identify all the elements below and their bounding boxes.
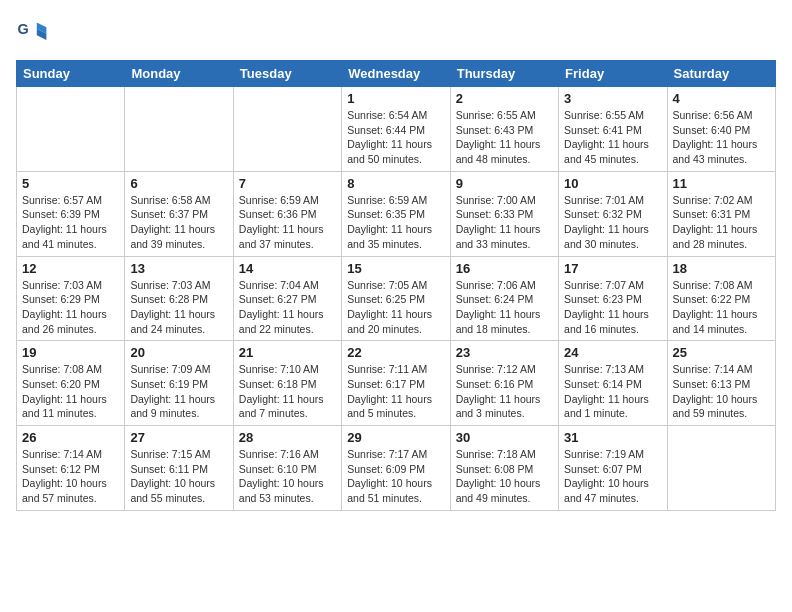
day-info: Sunrise: 6:59 AM Sunset: 6:35 PM Dayligh…: [347, 193, 444, 252]
day-info: Sunrise: 7:06 AM Sunset: 6:24 PM Dayligh…: [456, 278, 553, 337]
svg-text:G: G: [18, 21, 29, 37]
day-number: 31: [564, 430, 661, 445]
header-thursday: Thursday: [450, 61, 558, 87]
day-number: 30: [456, 430, 553, 445]
day-cell: 29Sunrise: 7:17 AM Sunset: 6:09 PM Dayli…: [342, 426, 450, 511]
day-info: Sunrise: 7:13 AM Sunset: 6:14 PM Dayligh…: [564, 362, 661, 421]
day-cell: 30Sunrise: 7:18 AM Sunset: 6:08 PM Dayli…: [450, 426, 558, 511]
day-info: Sunrise: 6:59 AM Sunset: 6:36 PM Dayligh…: [239, 193, 336, 252]
day-info: Sunrise: 6:54 AM Sunset: 6:44 PM Dayligh…: [347, 108, 444, 167]
day-cell: [233, 87, 341, 172]
day-info: Sunrise: 7:14 AM Sunset: 6:12 PM Dayligh…: [22, 447, 119, 506]
day-cell: 7Sunrise: 6:59 AM Sunset: 6:36 PM Daylig…: [233, 171, 341, 256]
week-row-1: 1Sunrise: 6:54 AM Sunset: 6:44 PM Daylig…: [17, 87, 776, 172]
day-cell: 5Sunrise: 6:57 AM Sunset: 6:39 PM Daylig…: [17, 171, 125, 256]
day-cell: 25Sunrise: 7:14 AM Sunset: 6:13 PM Dayli…: [667, 341, 775, 426]
week-row-4: 19Sunrise: 7:08 AM Sunset: 6:20 PM Dayli…: [17, 341, 776, 426]
header-friday: Friday: [559, 61, 667, 87]
day-info: Sunrise: 7:08 AM Sunset: 6:20 PM Dayligh…: [22, 362, 119, 421]
day-cell: 10Sunrise: 7:01 AM Sunset: 6:32 PM Dayli…: [559, 171, 667, 256]
day-cell: 21Sunrise: 7:10 AM Sunset: 6:18 PM Dayli…: [233, 341, 341, 426]
header-sunday: Sunday: [17, 61, 125, 87]
day-info: Sunrise: 7:02 AM Sunset: 6:31 PM Dayligh…: [673, 193, 770, 252]
day-number: 9: [456, 176, 553, 191]
day-cell: 4Sunrise: 6:56 AM Sunset: 6:40 PM Daylig…: [667, 87, 775, 172]
day-info: Sunrise: 6:56 AM Sunset: 6:40 PM Dayligh…: [673, 108, 770, 167]
header-saturday: Saturday: [667, 61, 775, 87]
logo: G: [16, 16, 50, 48]
day-cell: [667, 426, 775, 511]
day-info: Sunrise: 7:10 AM Sunset: 6:18 PM Dayligh…: [239, 362, 336, 421]
day-number: 27: [130, 430, 227, 445]
day-info: Sunrise: 7:14 AM Sunset: 6:13 PM Dayligh…: [673, 362, 770, 421]
day-number: 24: [564, 345, 661, 360]
day-number: 16: [456, 261, 553, 276]
day-cell: 9Sunrise: 7:00 AM Sunset: 6:33 PM Daylig…: [450, 171, 558, 256]
day-info: Sunrise: 7:16 AM Sunset: 6:10 PM Dayligh…: [239, 447, 336, 506]
day-number: 3: [564, 91, 661, 106]
day-number: 26: [22, 430, 119, 445]
header-monday: Monday: [125, 61, 233, 87]
day-number: 10: [564, 176, 661, 191]
day-info: Sunrise: 7:04 AM Sunset: 6:27 PM Dayligh…: [239, 278, 336, 337]
day-cell: 13Sunrise: 7:03 AM Sunset: 6:28 PM Dayli…: [125, 256, 233, 341]
day-cell: 23Sunrise: 7:12 AM Sunset: 6:16 PM Dayli…: [450, 341, 558, 426]
day-info: Sunrise: 7:05 AM Sunset: 6:25 PM Dayligh…: [347, 278, 444, 337]
day-cell: 1Sunrise: 6:54 AM Sunset: 6:44 PM Daylig…: [342, 87, 450, 172]
day-number: 20: [130, 345, 227, 360]
day-cell: [125, 87, 233, 172]
day-info: Sunrise: 7:03 AM Sunset: 6:28 PM Dayligh…: [130, 278, 227, 337]
day-number: 25: [673, 345, 770, 360]
day-number: 1: [347, 91, 444, 106]
day-cell: 16Sunrise: 7:06 AM Sunset: 6:24 PM Dayli…: [450, 256, 558, 341]
day-info: Sunrise: 7:17 AM Sunset: 6:09 PM Dayligh…: [347, 447, 444, 506]
day-number: 12: [22, 261, 119, 276]
day-number: 13: [130, 261, 227, 276]
header-tuesday: Tuesday: [233, 61, 341, 87]
day-number: 11: [673, 176, 770, 191]
day-info: Sunrise: 7:00 AM Sunset: 6:33 PM Dayligh…: [456, 193, 553, 252]
day-info: Sunrise: 7:19 AM Sunset: 6:07 PM Dayligh…: [564, 447, 661, 506]
day-info: Sunrise: 7:07 AM Sunset: 6:23 PM Dayligh…: [564, 278, 661, 337]
week-row-5: 26Sunrise: 7:14 AM Sunset: 6:12 PM Dayli…: [17, 426, 776, 511]
day-info: Sunrise: 6:55 AM Sunset: 6:41 PM Dayligh…: [564, 108, 661, 167]
day-number: 8: [347, 176, 444, 191]
day-number: 5: [22, 176, 119, 191]
day-number: 14: [239, 261, 336, 276]
day-info: Sunrise: 6:57 AM Sunset: 6:39 PM Dayligh…: [22, 193, 119, 252]
logo-icon: G: [16, 16, 48, 48]
day-info: Sunrise: 7:11 AM Sunset: 6:17 PM Dayligh…: [347, 362, 444, 421]
day-number: 15: [347, 261, 444, 276]
day-number: 19: [22, 345, 119, 360]
day-number: 22: [347, 345, 444, 360]
day-cell: 24Sunrise: 7:13 AM Sunset: 6:14 PM Dayli…: [559, 341, 667, 426]
day-cell: 17Sunrise: 7:07 AM Sunset: 6:23 PM Dayli…: [559, 256, 667, 341]
calendar-header-row: SundayMondayTuesdayWednesdayThursdayFrid…: [17, 61, 776, 87]
day-cell: 18Sunrise: 7:08 AM Sunset: 6:22 PM Dayli…: [667, 256, 775, 341]
day-number: 21: [239, 345, 336, 360]
day-info: Sunrise: 7:12 AM Sunset: 6:16 PM Dayligh…: [456, 362, 553, 421]
day-info: Sunrise: 6:55 AM Sunset: 6:43 PM Dayligh…: [456, 108, 553, 167]
day-cell: 22Sunrise: 7:11 AM Sunset: 6:17 PM Dayli…: [342, 341, 450, 426]
week-row-3: 12Sunrise: 7:03 AM Sunset: 6:29 PM Dayli…: [17, 256, 776, 341]
day-cell: 3Sunrise: 6:55 AM Sunset: 6:41 PM Daylig…: [559, 87, 667, 172]
day-cell: [17, 87, 125, 172]
day-number: 28: [239, 430, 336, 445]
day-cell: 14Sunrise: 7:04 AM Sunset: 6:27 PM Dayli…: [233, 256, 341, 341]
day-cell: 19Sunrise: 7:08 AM Sunset: 6:20 PM Dayli…: [17, 341, 125, 426]
day-cell: 6Sunrise: 6:58 AM Sunset: 6:37 PM Daylig…: [125, 171, 233, 256]
day-info: Sunrise: 7:01 AM Sunset: 6:32 PM Dayligh…: [564, 193, 661, 252]
calendar: SundayMondayTuesdayWednesdayThursdayFrid…: [16, 60, 776, 511]
day-cell: 11Sunrise: 7:02 AM Sunset: 6:31 PM Dayli…: [667, 171, 775, 256]
day-cell: 27Sunrise: 7:15 AM Sunset: 6:11 PM Dayli…: [125, 426, 233, 511]
day-cell: 26Sunrise: 7:14 AM Sunset: 6:12 PM Dayli…: [17, 426, 125, 511]
day-number: 17: [564, 261, 661, 276]
day-info: Sunrise: 7:15 AM Sunset: 6:11 PM Dayligh…: [130, 447, 227, 506]
day-number: 6: [130, 176, 227, 191]
day-cell: 15Sunrise: 7:05 AM Sunset: 6:25 PM Dayli…: [342, 256, 450, 341]
day-cell: 2Sunrise: 6:55 AM Sunset: 6:43 PM Daylig…: [450, 87, 558, 172]
day-cell: 12Sunrise: 7:03 AM Sunset: 6:29 PM Dayli…: [17, 256, 125, 341]
day-cell: 20Sunrise: 7:09 AM Sunset: 6:19 PM Dayli…: [125, 341, 233, 426]
header-wednesday: Wednesday: [342, 61, 450, 87]
day-number: 7: [239, 176, 336, 191]
